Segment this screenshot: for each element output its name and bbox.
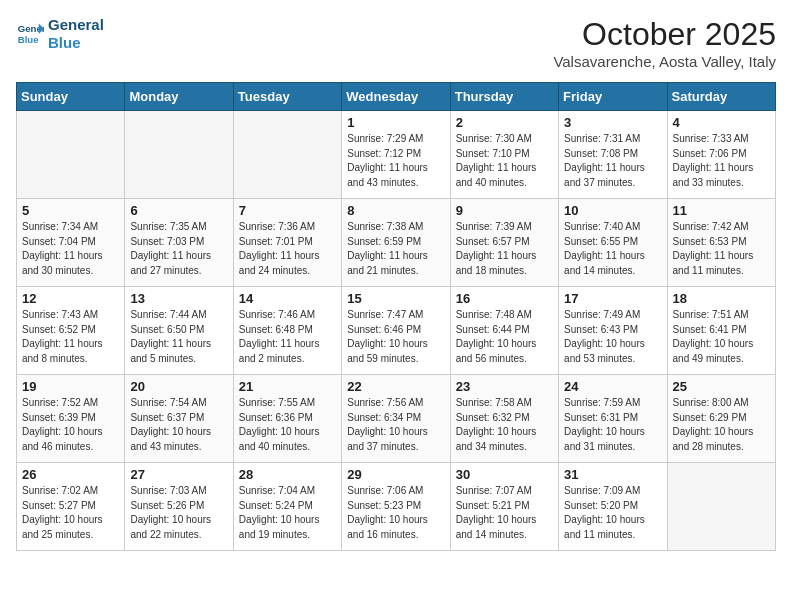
day-number: 15 bbox=[347, 291, 444, 306]
calendar-cell: 23Sunrise: 7:58 AM Sunset: 6:32 PM Dayli… bbox=[450, 375, 558, 463]
calendar-cell: 20Sunrise: 7:54 AM Sunset: 6:37 PM Dayli… bbox=[125, 375, 233, 463]
day-info: Sunrise: 7:06 AM Sunset: 5:23 PM Dayligh… bbox=[347, 484, 444, 542]
day-info: Sunrise: 7:29 AM Sunset: 7:12 PM Dayligh… bbox=[347, 132, 444, 190]
calendar-cell: 24Sunrise: 7:59 AM Sunset: 6:31 PM Dayli… bbox=[559, 375, 667, 463]
calendar-cell: 4Sunrise: 7:33 AM Sunset: 7:06 PM Daylig… bbox=[667, 111, 775, 199]
location-subtitle: Valsavarenche, Aosta Valley, Italy bbox=[553, 53, 776, 70]
day-number: 31 bbox=[564, 467, 661, 482]
day-number: 18 bbox=[673, 291, 770, 306]
day-number: 7 bbox=[239, 203, 336, 218]
calendar-cell: 16Sunrise: 7:48 AM Sunset: 6:44 PM Dayli… bbox=[450, 287, 558, 375]
day-info: Sunrise: 7:35 AM Sunset: 7:03 PM Dayligh… bbox=[130, 220, 227, 278]
day-number: 25 bbox=[673, 379, 770, 394]
day-number: 29 bbox=[347, 467, 444, 482]
day-info: Sunrise: 7:51 AM Sunset: 6:41 PM Dayligh… bbox=[673, 308, 770, 366]
calendar-cell bbox=[125, 111, 233, 199]
calendar-cell: 26Sunrise: 7:02 AM Sunset: 5:27 PM Dayli… bbox=[17, 463, 125, 551]
weekday-header-row: SundayMondayTuesdayWednesdayThursdayFrid… bbox=[17, 83, 776, 111]
calendar-cell: 25Sunrise: 8:00 AM Sunset: 6:29 PM Dayli… bbox=[667, 375, 775, 463]
day-info: Sunrise: 7:42 AM Sunset: 6:53 PM Dayligh… bbox=[673, 220, 770, 278]
day-number: 21 bbox=[239, 379, 336, 394]
logo-icon: General Blue bbox=[16, 20, 44, 48]
calendar-cell bbox=[17, 111, 125, 199]
weekday-header-thursday: Thursday bbox=[450, 83, 558, 111]
day-info: Sunrise: 7:02 AM Sunset: 5:27 PM Dayligh… bbox=[22, 484, 119, 542]
calendar-cell: 7Sunrise: 7:36 AM Sunset: 7:01 PM Daylig… bbox=[233, 199, 341, 287]
calendar-cell: 21Sunrise: 7:55 AM Sunset: 6:36 PM Dayli… bbox=[233, 375, 341, 463]
day-info: Sunrise: 7:59 AM Sunset: 6:31 PM Dayligh… bbox=[564, 396, 661, 454]
calendar-cell: 11Sunrise: 7:42 AM Sunset: 6:53 PM Dayli… bbox=[667, 199, 775, 287]
calendar-cell: 18Sunrise: 7:51 AM Sunset: 6:41 PM Dayli… bbox=[667, 287, 775, 375]
logo: General Blue General Blue bbox=[16, 16, 104, 52]
calendar-cell: 29Sunrise: 7:06 AM Sunset: 5:23 PM Dayli… bbox=[342, 463, 450, 551]
day-info: Sunrise: 7:36 AM Sunset: 7:01 PM Dayligh… bbox=[239, 220, 336, 278]
day-info: Sunrise: 7:47 AM Sunset: 6:46 PM Dayligh… bbox=[347, 308, 444, 366]
day-number: 5 bbox=[22, 203, 119, 218]
day-number: 23 bbox=[456, 379, 553, 394]
weekday-header-friday: Friday bbox=[559, 83, 667, 111]
page-header: General Blue General Blue October 2025 V… bbox=[16, 16, 776, 70]
day-number: 20 bbox=[130, 379, 227, 394]
day-number: 9 bbox=[456, 203, 553, 218]
calendar-cell: 22Sunrise: 7:56 AM Sunset: 6:34 PM Dayli… bbox=[342, 375, 450, 463]
day-info: Sunrise: 7:34 AM Sunset: 7:04 PM Dayligh… bbox=[22, 220, 119, 278]
day-info: Sunrise: 7:39 AM Sunset: 6:57 PM Dayligh… bbox=[456, 220, 553, 278]
day-number: 17 bbox=[564, 291, 661, 306]
day-info: Sunrise: 7:56 AM Sunset: 6:34 PM Dayligh… bbox=[347, 396, 444, 454]
day-number: 2 bbox=[456, 115, 553, 130]
calendar-cell: 1Sunrise: 7:29 AM Sunset: 7:12 PM Daylig… bbox=[342, 111, 450, 199]
day-info: Sunrise: 7:52 AM Sunset: 6:39 PM Dayligh… bbox=[22, 396, 119, 454]
day-info: Sunrise: 7:07 AM Sunset: 5:21 PM Dayligh… bbox=[456, 484, 553, 542]
weekday-header-monday: Monday bbox=[125, 83, 233, 111]
day-info: Sunrise: 7:04 AM Sunset: 5:24 PM Dayligh… bbox=[239, 484, 336, 542]
calendar-cell: 19Sunrise: 7:52 AM Sunset: 6:39 PM Dayli… bbox=[17, 375, 125, 463]
day-number: 28 bbox=[239, 467, 336, 482]
day-info: Sunrise: 7:09 AM Sunset: 5:20 PM Dayligh… bbox=[564, 484, 661, 542]
calendar-cell: 5Sunrise: 7:34 AM Sunset: 7:04 PM Daylig… bbox=[17, 199, 125, 287]
day-number: 27 bbox=[130, 467, 227, 482]
calendar-cell: 2Sunrise: 7:30 AM Sunset: 7:10 PM Daylig… bbox=[450, 111, 558, 199]
weekday-header-wednesday: Wednesday bbox=[342, 83, 450, 111]
calendar-table: SundayMondayTuesdayWednesdayThursdayFrid… bbox=[16, 82, 776, 551]
calendar-cell: 9Sunrise: 7:39 AM Sunset: 6:57 PM Daylig… bbox=[450, 199, 558, 287]
day-number: 24 bbox=[564, 379, 661, 394]
day-info: Sunrise: 7:44 AM Sunset: 6:50 PM Dayligh… bbox=[130, 308, 227, 366]
day-number: 10 bbox=[564, 203, 661, 218]
week-row-4: 19Sunrise: 7:52 AM Sunset: 6:39 PM Dayli… bbox=[17, 375, 776, 463]
calendar-cell: 27Sunrise: 7:03 AM Sunset: 5:26 PM Dayli… bbox=[125, 463, 233, 551]
day-number: 30 bbox=[456, 467, 553, 482]
month-title: October 2025 bbox=[553, 16, 776, 53]
calendar-cell: 3Sunrise: 7:31 AM Sunset: 7:08 PM Daylig… bbox=[559, 111, 667, 199]
calendar-cell: 10Sunrise: 7:40 AM Sunset: 6:55 PM Dayli… bbox=[559, 199, 667, 287]
calendar-cell: 17Sunrise: 7:49 AM Sunset: 6:43 PM Dayli… bbox=[559, 287, 667, 375]
calendar-cell bbox=[667, 463, 775, 551]
logo-text-line2: Blue bbox=[48, 34, 104, 52]
week-row-1: 1Sunrise: 7:29 AM Sunset: 7:12 PM Daylig… bbox=[17, 111, 776, 199]
day-number: 26 bbox=[22, 467, 119, 482]
day-number: 8 bbox=[347, 203, 444, 218]
weekday-header-sunday: Sunday bbox=[17, 83, 125, 111]
title-block: October 2025 Valsavarenche, Aosta Valley… bbox=[553, 16, 776, 70]
day-info: Sunrise: 7:38 AM Sunset: 6:59 PM Dayligh… bbox=[347, 220, 444, 278]
day-info: Sunrise: 7:33 AM Sunset: 7:06 PM Dayligh… bbox=[673, 132, 770, 190]
svg-text:Blue: Blue bbox=[18, 34, 39, 45]
week-row-3: 12Sunrise: 7:43 AM Sunset: 6:52 PM Dayli… bbox=[17, 287, 776, 375]
weekday-header-tuesday: Tuesday bbox=[233, 83, 341, 111]
calendar-cell: 6Sunrise: 7:35 AM Sunset: 7:03 PM Daylig… bbox=[125, 199, 233, 287]
day-info: Sunrise: 7:58 AM Sunset: 6:32 PM Dayligh… bbox=[456, 396, 553, 454]
weekday-header-saturday: Saturday bbox=[667, 83, 775, 111]
calendar-cell: 12Sunrise: 7:43 AM Sunset: 6:52 PM Dayli… bbox=[17, 287, 125, 375]
day-info: Sunrise: 7:48 AM Sunset: 6:44 PM Dayligh… bbox=[456, 308, 553, 366]
day-number: 6 bbox=[130, 203, 227, 218]
day-number: 11 bbox=[673, 203, 770, 218]
day-info: Sunrise: 7:55 AM Sunset: 6:36 PM Dayligh… bbox=[239, 396, 336, 454]
calendar-cell: 8Sunrise: 7:38 AM Sunset: 6:59 PM Daylig… bbox=[342, 199, 450, 287]
day-number: 19 bbox=[22, 379, 119, 394]
day-number: 22 bbox=[347, 379, 444, 394]
logo-text-line1: General bbox=[48, 16, 104, 34]
day-number: 14 bbox=[239, 291, 336, 306]
day-info: Sunrise: 7:31 AM Sunset: 7:08 PM Dayligh… bbox=[564, 132, 661, 190]
day-info: Sunrise: 7:30 AM Sunset: 7:10 PM Dayligh… bbox=[456, 132, 553, 190]
week-row-5: 26Sunrise: 7:02 AM Sunset: 5:27 PM Dayli… bbox=[17, 463, 776, 551]
calendar-cell: 30Sunrise: 7:07 AM Sunset: 5:21 PM Dayli… bbox=[450, 463, 558, 551]
